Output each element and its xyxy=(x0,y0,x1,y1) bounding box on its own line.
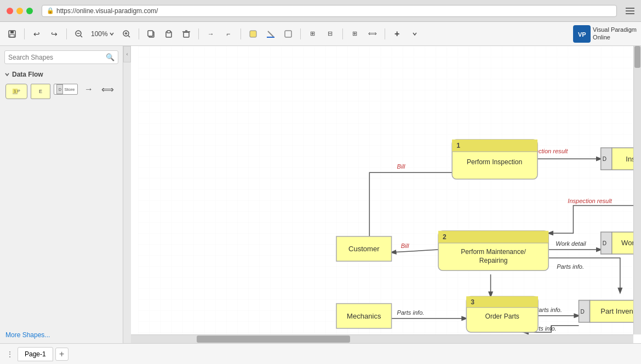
shape-external[interactable]: E xyxy=(31,84,50,99)
url-bar[interactable]: 🔒 https://online.visual-paradigm.com/ xyxy=(42,5,617,17)
svg-text:Customer: Customer xyxy=(348,245,380,253)
page-1-tab[interactable]: Page-1 xyxy=(18,347,53,361)
zoom-display[interactable]: 100% xyxy=(89,30,117,38)
menu-button[interactable] xyxy=(626,8,634,14)
svg-rect-19 xyxy=(267,37,274,38)
svg-rect-43 xyxy=(452,140,537,146)
arrange-button[interactable]: ⊟ xyxy=(323,26,338,42)
url-text: https://online.visual-paradigm.com/ xyxy=(56,7,158,15)
svg-text:D: D xyxy=(580,309,584,315)
svg-text:Inspection result: Inspection result xyxy=(568,198,612,204)
svg-rect-49 xyxy=(438,231,548,237)
paste-button[interactable] xyxy=(161,26,176,42)
add-page-button[interactable]: + xyxy=(55,348,68,361)
toolbar-separator-8 xyxy=(385,28,385,39)
vp-logo-icon: VP xyxy=(573,25,591,43)
svg-text:D: D xyxy=(603,240,606,246)
vertical-scroll-thumb[interactable] xyxy=(634,46,640,68)
svg-rect-13 xyxy=(167,31,170,33)
svg-text:Mechanics: Mechanics xyxy=(347,312,381,320)
zoom-level: 100% xyxy=(91,30,108,38)
svg-text:3: 3 xyxy=(471,298,474,306)
add-dropdown-button[interactable] xyxy=(407,26,422,42)
maximize-button[interactable] xyxy=(26,8,33,14)
svg-text:Bill: Bill xyxy=(397,163,405,170)
shape-process[interactable]: 1 P xyxy=(5,84,27,99)
search-icon: 🔍 xyxy=(106,53,115,61)
svg-line-7 xyxy=(128,36,130,37)
toolbar-separator-7 xyxy=(342,28,343,39)
svg-line-4 xyxy=(81,36,82,37)
svg-line-18 xyxy=(268,31,273,37)
redo-button[interactable]: ↪ xyxy=(47,26,62,42)
border-button[interactable] xyxy=(281,26,296,42)
undo-button[interactable]: ↩ xyxy=(29,26,44,42)
svg-text:Perform Maintenance/: Perform Maintenance/ xyxy=(461,248,526,256)
toolbar-separator xyxy=(24,28,25,39)
delete-button[interactable] xyxy=(179,26,194,42)
close-button[interactable] xyxy=(7,8,13,14)
svg-text:D: D xyxy=(603,156,606,162)
svg-text:Perform Inspection: Perform Inspection xyxy=(467,158,522,166)
horizontal-scroll-thumb[interactable] xyxy=(197,336,350,343)
logo-area: VP Visual Paradigm Online xyxy=(573,25,637,43)
toolbar-separator-3 xyxy=(139,28,139,39)
align-button[interactable]: ⊞ xyxy=(347,26,363,42)
logo-text: Visual Paradigm Online xyxy=(593,26,637,41)
globe-icon: 🔒 xyxy=(47,7,54,14)
canvas-area[interactable]: Inspection result Bill Inspection result… xyxy=(131,46,641,343)
svg-rect-11 xyxy=(148,31,153,36)
bottombar-handle[interactable]: ⋮ xyxy=(4,346,15,362)
group-button[interactable]: ⊞ xyxy=(305,26,321,42)
arrow-corner-button[interactable]: ⌐ xyxy=(221,26,236,42)
save-button[interactable] xyxy=(4,26,20,42)
zoom-in-button[interactable] xyxy=(119,26,134,42)
arrow-style-button[interactable]: → xyxy=(203,26,219,42)
horizontal-scrollbar[interactable] xyxy=(131,334,633,343)
svg-text:Bill: Bill xyxy=(401,242,409,249)
svg-rect-56 xyxy=(466,297,538,302)
svg-text:Parts info.: Parts info. xyxy=(535,307,562,313)
svg-text:Parts info.: Parts info. xyxy=(557,263,584,270)
bottombar: ⋮ Page-1 + xyxy=(0,343,641,364)
add-button[interactable]: + xyxy=(390,26,405,42)
more-shapes-link[interactable]: More Shapes... xyxy=(0,327,123,343)
page-tab-label: Page-1 xyxy=(25,350,46,358)
svg-rect-20 xyxy=(285,31,291,37)
distribute-button[interactable]: ⟺ xyxy=(365,26,380,42)
search-shapes-input[interactable] xyxy=(8,54,104,61)
svg-text:1: 1 xyxy=(456,142,460,149)
logo-line2: Online xyxy=(593,34,637,41)
svg-rect-14 xyxy=(184,32,189,37)
shape-arrow[interactable]: → xyxy=(81,84,96,95)
svg-rect-17 xyxy=(250,31,256,37)
sidebar: 🔍 Data Flow 1 P E D Store → ⟺ More Sh xyxy=(0,46,123,343)
section-label: Data Flow xyxy=(12,71,43,78)
toolbar-separator-6 xyxy=(300,28,301,39)
copy-button[interactable] xyxy=(144,26,159,42)
shape-datastore[interactable]: D Store xyxy=(54,84,78,95)
sidebar-collapse-handle[interactable]: ‹ xyxy=(123,46,131,62)
shape-biarrow[interactable]: ⟺ xyxy=(100,84,115,95)
svg-rect-1 xyxy=(10,31,14,33)
toolbar-separator-5 xyxy=(241,28,241,39)
diagram-svg: Inspection result Bill Inspection result… xyxy=(131,46,641,343)
sidebar-shapes: 1 P E D Store → ⟺ xyxy=(0,80,123,102)
vertical-scrollbar[interactable] xyxy=(633,46,641,334)
search-shapes-box[interactable]: 🔍 xyxy=(4,50,118,64)
svg-text:2: 2 xyxy=(443,233,447,241)
traffic-lights xyxy=(7,8,33,14)
main-content: 🔍 Data Flow 1 P E D Store → ⟺ More Sh xyxy=(0,46,641,343)
toolbar-separator-2 xyxy=(66,28,67,39)
sidebar-section-dataflow: Data Flow xyxy=(0,68,123,80)
logo-line1: Visual Paradigm xyxy=(593,26,637,33)
svg-text:Parts info.: Parts info. xyxy=(397,309,425,316)
minimize-button[interactable] xyxy=(16,8,23,14)
fill-button[interactable] xyxy=(245,26,261,42)
toolbar-separator-4 xyxy=(198,28,199,39)
svg-text:Order Parts: Order Parts xyxy=(485,313,519,320)
zoom-out-button[interactable] xyxy=(71,26,87,42)
toolbar: ↩ ↪ 100% → ⌐ ⊞ ⊟ ⊞ ⟺ + VP xyxy=(0,22,641,46)
line-color-button[interactable] xyxy=(263,26,278,42)
svg-text:VP: VP xyxy=(578,31,586,38)
